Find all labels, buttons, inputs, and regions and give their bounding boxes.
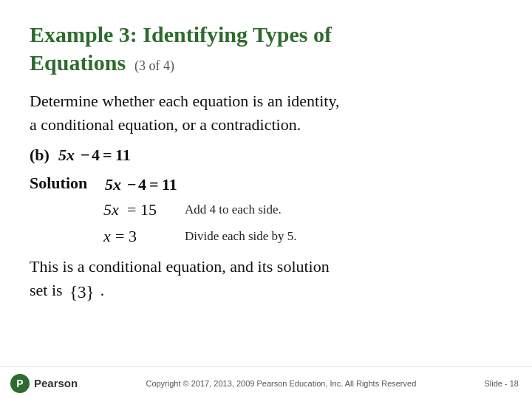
conclusion-period: .	[100, 281, 105, 299]
step2-eq-svg: x = 3	[103, 225, 170, 248]
svg-text:4: 4	[138, 175, 146, 194]
svg-text:5x: 5x	[58, 146, 75, 164]
svg-text:−: −	[127, 175, 137, 194]
svg-text:{3}: {3}	[69, 283, 95, 301]
conclusion-line1: This is a conditional equation, and its …	[30, 257, 330, 276]
equation-b-svg: 5x − 4 = 11	[58, 144, 154, 166]
svg-text:4: 4	[92, 146, 100, 164]
conclusion-text: This is a conditional equation, and its …	[30, 255, 502, 303]
title-line2: Equations	[30, 50, 126, 75]
step2-note: Divide each side by 5.	[185, 229, 297, 244]
step1-note: Add 4 to each side.	[185, 202, 282, 217]
footer: P Pearson Copyright © 2017, 2013, 2009 P…	[0, 366, 532, 399]
svg-text:=: =	[127, 200, 136, 219]
svg-text:5x: 5x	[103, 200, 119, 219]
intro-text: Determine whether each equation is an id…	[30, 89, 502, 137]
title-subtitle: (3 of 4)	[134, 58, 174, 73]
footer-copyright: Copyright © 2017, 2013, 2009 Pearson Edu…	[146, 379, 416, 388]
footer-brand: Pearson	[34, 377, 78, 389]
svg-text:15: 15	[140, 200, 157, 219]
solution-row: Solution 5x − 4 = 11	[30, 174, 502, 196]
pearson-logo-circle: P	[10, 374, 30, 393]
title-line1: Example 3: Identifying Types of	[30, 22, 332, 47]
part-b: (b) 5x − 4 = 11	[30, 144, 502, 166]
svg-text:x: x	[103, 227, 111, 245]
svg-text:=: =	[103, 146, 112, 164]
intro-line1: Determine whether each equation is an id…	[30, 92, 339, 110]
part-b-label: (b)	[30, 146, 50, 165]
intro-line2: a conditional equation, or a contradicti…	[30, 115, 301, 134]
svg-text:11: 11	[162, 175, 177, 194]
step1-row: 5x = 15 Add 4 to each side.	[103, 199, 502, 221]
svg-text:5x: 5x	[105, 175, 121, 194]
solution-eq1-svg: 5x − 4 = 11	[105, 174, 201, 196]
footer-logo: P Pearson	[10, 374, 78, 393]
footer-slide: Slide - 18	[485, 379, 519, 388]
title-block: Example 3: Identifying Types of Equation…	[30, 21, 502, 76]
solution-label: Solution	[30, 174, 96, 193]
svg-text:=: =	[149, 175, 159, 194]
solution-equations: 5x = 15 Add 4 to each side. x = 3 Divide…	[103, 199, 502, 248]
step1-eq-svg: 5x = 15	[103, 199, 170, 221]
svg-text:−: −	[81, 146, 90, 164]
svg-text:=: =	[115, 227, 124, 245]
conclusion-line2: set is	[30, 281, 63, 299]
solution-set-svg: {3}	[69, 281, 96, 303]
svg-text:3: 3	[129, 227, 137, 245]
svg-text:11: 11	[115, 146, 131, 164]
step2-row: x = 3 Divide each side by 5.	[103, 225, 502, 248]
